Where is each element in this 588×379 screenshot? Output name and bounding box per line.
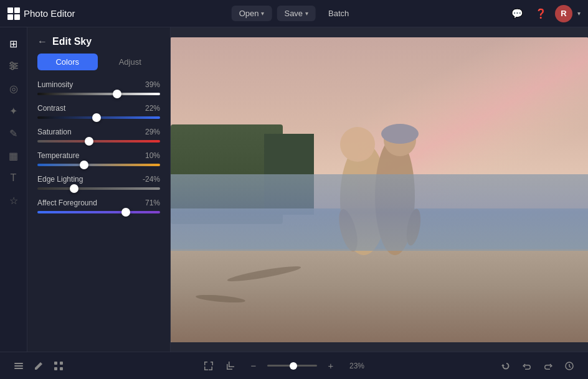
open-chevron-icon: ▾ bbox=[261, 10, 264, 17]
edge-lighting-slider-row: Edge Lighting -24% bbox=[37, 175, 160, 190]
contrast-slider-row: Contrast 22% bbox=[37, 104, 160, 119]
sidebar-item-brush[interactable]: ✎ bbox=[4, 123, 24, 143]
sidebar-item-text[interactable]: T bbox=[4, 168, 24, 188]
svg-rect-27 bbox=[60, 367, 63, 370]
redo-icon-button[interactable] bbox=[539, 357, 557, 375]
contrast-thumb[interactable] bbox=[92, 113, 101, 122]
luminosity-value: 39% bbox=[145, 80, 160, 89]
app-icon bbox=[7, 7, 20, 20]
topbar-center: Open ▾ Save ▾ Batch bbox=[232, 6, 357, 21]
bottombar-center: − + 23% bbox=[72, 357, 492, 375]
zoom-out-icon-button[interactable]: − bbox=[245, 357, 262, 375]
icon-sidebar: ⊞ ◎ ✦ ✎ ▦ T ☆ bbox=[0, 27, 27, 352]
sidebar-item-home[interactable]: ⊞ bbox=[4, 34, 24, 54]
saturation-track[interactable] bbox=[37, 140, 160, 143]
refresh-icon-button[interactable] bbox=[497, 357, 514, 375]
zoom-slider-thumb[interactable] bbox=[290, 362, 297, 370]
temperature-thumb[interactable] bbox=[80, 161, 88, 169]
avatar-chevron-icon: ▾ bbox=[577, 10, 581, 17]
edit-panel: ← Edit Sky Colors Adjust Luminosity 39% bbox=[27, 27, 171, 352]
bottombar-right bbox=[497, 357, 578, 375]
grid-icon-button[interactable] bbox=[50, 357, 67, 375]
affect-foreground-value: 71% bbox=[145, 199, 160, 207]
svg-rect-26 bbox=[54, 367, 57, 370]
main-content: ⊞ ◎ ✦ ✎ ▦ T ☆ ← Edit Sky Colors Adjust bbox=[0, 27, 588, 352]
pen-icon-button[interactable] bbox=[30, 357, 47, 375]
svg-rect-21 bbox=[14, 368, 23, 369]
photo-svg bbox=[171, 37, 588, 342]
history-icon-button[interactable] bbox=[561, 357, 578, 375]
sidebar-item-star[interactable]: ☆ bbox=[4, 190, 24, 210]
tab-row: Colors Adjust bbox=[27, 54, 170, 78]
temperature-track[interactable] bbox=[37, 164, 160, 166]
sidebar-item-sliders[interactable] bbox=[4, 56, 24, 76]
sliders-section: Luminosity 39% Contrast 22% bbox=[27, 78, 170, 223]
svg-point-5 bbox=[11, 67, 14, 70]
expand-icon-button[interactable] bbox=[200, 357, 217, 375]
zoom-slider-track[interactable] bbox=[267, 365, 317, 367]
svg-point-16 bbox=[381, 124, 419, 144]
saturation-label: Saturation bbox=[37, 128, 72, 136]
svg-rect-24 bbox=[54, 362, 57, 365]
avatar[interactable]: R bbox=[555, 5, 572, 22]
canvas-area[interactable] bbox=[171, 27, 588, 352]
svg-rect-7 bbox=[358, 37, 588, 205]
svg-point-18 bbox=[404, 207, 423, 246]
chat-icon-button[interactable]: 💬 bbox=[508, 4, 526, 23]
svg-rect-22 bbox=[14, 365, 23, 367]
help-icon-button[interactable]: ❓ bbox=[531, 4, 550, 23]
edge-lighting-label: Edge Lighting bbox=[37, 175, 83, 184]
saturation-thumb[interactable] bbox=[85, 137, 93, 146]
save-button[interactable]: Save ▾ bbox=[277, 6, 316, 21]
affect-foreground-track[interactable] bbox=[37, 211, 160, 213]
save-chevron-icon: ▾ bbox=[305, 10, 308, 17]
tab-colors[interactable]: Colors bbox=[37, 54, 98, 70]
temperature-label: Temperature bbox=[37, 151, 79, 160]
zoom-value: 23% bbox=[344, 362, 364, 370]
temperature-value: 10% bbox=[145, 151, 160, 160]
svg-rect-23 bbox=[14, 363, 23, 364]
bottombar-left bbox=[10, 357, 67, 375]
photo-container bbox=[171, 37, 588, 342]
luminosity-thumb[interactable] bbox=[113, 90, 121, 98]
sidebar-item-layers[interactable]: ▦ bbox=[4, 146, 24, 166]
undo-icon-button[interactable] bbox=[518, 357, 536, 375]
luminosity-slider-row: Luminosity 39% bbox=[37, 80, 160, 95]
contrast-track[interactable] bbox=[37, 116, 160, 119]
panel-header: ← Edit Sky bbox=[27, 27, 170, 54]
batch-button[interactable]: Batch bbox=[321, 6, 356, 21]
svg-point-13 bbox=[340, 127, 375, 162]
saturation-slider-row: Saturation 29% bbox=[37, 128, 160, 143]
back-button[interactable]: ← bbox=[37, 36, 47, 47]
panel-title: Edit Sky bbox=[52, 36, 92, 47]
sidebar-item-effects[interactable]: ✦ bbox=[4, 101, 24, 121]
app-logo: Photo Editor bbox=[7, 7, 75, 20]
luminosity-track[interactable] bbox=[37, 93, 160, 95]
svg-rect-11 bbox=[171, 249, 588, 342]
contrast-label: Contrast bbox=[37, 104, 65, 113]
svg-rect-25 bbox=[60, 362, 63, 365]
svg-rect-9 bbox=[264, 134, 314, 215]
luminosity-label: Luminosity bbox=[37, 80, 73, 89]
sidebar-item-eye[interactable]: ◎ bbox=[4, 78, 24, 98]
tab-adjust[interactable]: Adjust bbox=[100, 54, 161, 70]
edge-lighting-thumb[interactable] bbox=[70, 184, 78, 193]
layers-icon-button[interactable] bbox=[10, 357, 27, 375]
contrast-value: 22% bbox=[145, 104, 160, 113]
temperature-slider-row: Temperature 10% bbox=[37, 151, 160, 166]
crop-icon-button[interactable] bbox=[222, 357, 240, 375]
svg-point-4 bbox=[14, 65, 16, 67]
edge-lighting-track[interactable] bbox=[37, 187, 160, 190]
open-button[interactable]: Open ▾ bbox=[232, 6, 272, 21]
topbar: Photo Editor Open ▾ Save ▾ Batch 💬 ❓ R ▾ bbox=[0, 0, 588, 27]
affect-foreground-thumb[interactable] bbox=[121, 208, 130, 217]
topbar-right: 💬 ❓ R ▾ bbox=[508, 4, 581, 23]
photo-background bbox=[171, 37, 588, 342]
zoom-in-icon-button[interactable]: + bbox=[322, 357, 339, 375]
bottombar: − + 23% bbox=[0, 352, 588, 379]
saturation-value: 29% bbox=[145, 128, 160, 136]
svg-point-17 bbox=[335, 207, 361, 253]
edge-lighting-value: -24% bbox=[143, 175, 160, 184]
affect-foreground-label: Affect Foreground bbox=[37, 199, 97, 207]
svg-point-3 bbox=[11, 62, 13, 65]
